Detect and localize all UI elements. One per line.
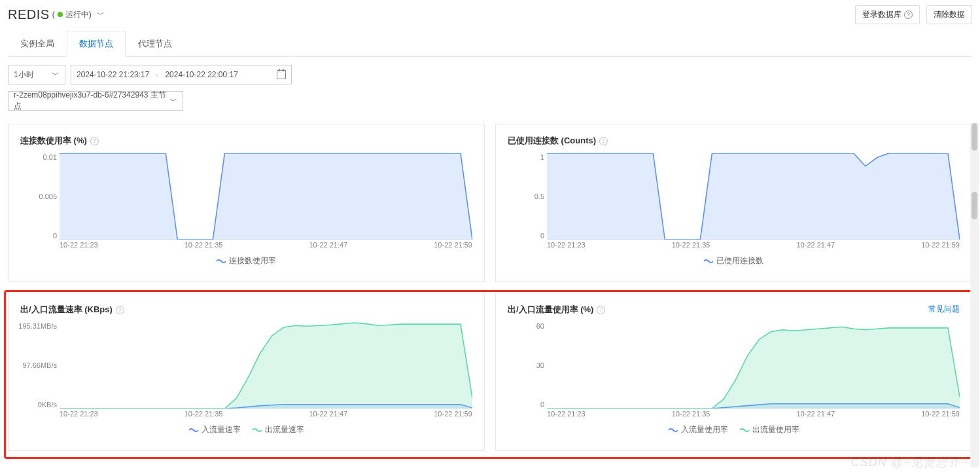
chevron-down-icon[interactable]: ﹀ [97,9,105,20]
x-tick: 10-22 21:35 [672,241,710,251]
legend-item[interactable]: 连接数使用率 [217,255,276,266]
x-tick: 10-22 21:59 [921,241,960,251]
clear-data-button[interactable]: 清除数据 [926,5,972,24]
chevron-down-icon: ﹀ [52,69,60,81]
node-select[interactable]: r-2zem08ppihvejix3u7-db-6#27342943 主节点 ﹀ [8,91,183,111]
range-dash: - [156,70,158,79]
x-tick: 10-22 21:23 [60,410,98,420]
clear-data-label: 清除数据 [934,9,965,20]
chart-card-conn_used: 已使用连接数 (Counts) ? 10.50 10-22 21:2310-22… [495,124,972,282]
chart-legend: 入流量速率 出流量速率 [20,424,472,435]
chart-legend: 入流量使用率 出流量使用率 [508,424,960,435]
tab-proxy-node[interactable]: 代理节点 [126,31,184,57]
tabs: 实例全局 数据节点 代理节点 [8,30,972,57]
status-indicator: (运行中) [52,9,92,20]
y-tick: 0KB/s [38,401,57,409]
y-tick: 30 [536,361,544,369]
chart-body: 195.31MB/s97.66MB/s0KB/s 10-22 21:2310-2… [20,322,472,420]
y-axis: 60300 [508,322,547,409]
x-tick: 10-22 21:59 [434,410,472,420]
legend-item[interactable]: 入流量使用率 [669,424,728,435]
charts-grid: 连接数使用率 (%) ? 0.010.0050 10-22 21:2310-22… [8,124,972,451]
legend-item[interactable]: 入流量速率 [189,424,241,435]
header-left: REDIS (运行中) ﹀ [8,7,105,22]
login-db-button[interactable]: 登录数据库 ? [855,5,920,24]
x-axis: 10-22 21:2310-22 21:3510-22 21:4710-22 2… [547,241,960,251]
node-value: r-2zem08ppihvejix3u7-db-6#27342943 主节点 [14,90,169,112]
x-tick: 10-22 21:23 [60,241,98,251]
y-axis: 195.31MB/s97.66MB/s0KB/s [20,322,60,409]
chart-card-conn_rate: 连接数使用率 (%) ? 0.010.0050 10-22 21:2310-22… [8,124,485,282]
y-tick: 0.5 [534,192,544,200]
time-range-picker[interactable]: 2024-10-22 21:23:17 - 2024-10-22 22:00:1… [71,65,292,84]
x-tick: 10-22 21:47 [309,241,348,251]
help-icon: ? [904,10,913,19]
page-title: REDIS [8,7,50,22]
x-tick: 10-22 21:35 [184,410,223,420]
help-icon[interactable]: ? [599,137,608,145]
filter-bar: 1小时 ﹀ 2024-10-22 21:23:17 - 2024-10-22 2… [8,65,972,84]
legend-item[interactable]: 已使用连接数 [704,255,763,266]
legend-item[interactable]: 出流量速率 [253,424,304,435]
watermark: CSDN @~见贤思齐~ [851,454,968,470]
legend-label: 出流量速率 [265,424,304,435]
legend-label: 连接数使用率 [229,255,276,266]
x-axis: 10-22 21:2310-22 21:3510-22 21:4710-22 2… [60,241,472,251]
legend-item[interactable]: 出流量使用率 [740,424,799,435]
chart-body: 0.010.0050 10-22 21:2310-22 21:3510-22 2… [20,153,472,251]
faq-link[interactable]: 常见问题 [928,304,960,315]
legend-label: 入流量速率 [201,424,241,435]
x-tick: 10-22 21:59 [921,410,960,420]
chart-card-traffic_rate: 出/入口流量速率 (KBps) ? 195.31MB/s97.66MB/s0KB… [8,293,485,451]
x-axis: 10-22 21:2310-22 21:3510-22 21:4710-22 2… [547,410,960,420]
period-select[interactable]: 1小时 ﹀ [8,65,65,84]
login-db-label: 登录数据库 [862,9,901,20]
chart-plot[interactable] [60,322,472,409]
status-dot-icon [58,12,63,17]
scrollbar-thumb[interactable] [971,123,977,151]
x-tick: 10-22 21:23 [547,241,586,251]
y-tick: 0 [540,401,544,409]
help-icon[interactable]: ? [90,137,99,145]
legend-label: 入流量使用率 [681,424,728,435]
help-icon[interactable]: ? [116,306,124,314]
help-icon[interactable]: ? [597,306,605,314]
period-value: 1小时 [14,69,34,81]
chart-body: 60300 10-22 21:2310-22 21:3510-22 21:471… [508,322,960,420]
status-text: 运行中 [65,9,89,20]
chart-title: 已使用连接数 (Counts) ? [508,135,960,147]
y-tick: 1 [540,153,544,161]
chart-legend: 已使用连接数 [508,255,960,266]
chart-card-traffic_usage: 常见问题 出/入口流量使用率 (%) ? 60300 10-22 21:2310… [495,293,972,451]
page-header: REDIS (运行中) ﹀ 登录数据库 ? 清除数据 [8,3,972,26]
x-tick: 10-22 21:47 [309,410,348,420]
x-axis: 10-22 21:2310-22 21:3510-22 21:4710-22 2… [60,410,472,420]
y-axis: 10.50 [508,153,547,240]
y-tick: 0.01 [43,153,57,161]
x-tick: 10-22 21:47 [797,241,835,251]
legend-label: 出流量使用率 [752,424,799,435]
y-tick: 97.66MB/s [22,361,57,369]
tab-instance-global[interactable]: 实例全局 [8,31,67,57]
chart-plot[interactable] [547,153,960,240]
chart-body: 10.50 10-22 21:2310-22 21:3510-22 21:471… [508,153,960,251]
x-tick: 10-22 21:35 [672,410,710,420]
y-tick: 0 [53,232,57,240]
range-end: 2024-10-22 22:00:17 [165,70,237,79]
y-tick: 195.31MB/s [18,322,57,330]
calendar-icon [277,70,286,79]
y-tick: 0.005 [39,192,57,200]
chart-title: 出/入口流量使用率 (%) ? [508,304,960,316]
scrollbar-track[interactable] [970,123,979,467]
tab-data-node[interactable]: 数据节点 [67,31,126,57]
chart-plot[interactable] [60,153,472,240]
scrollbar-thumb[interactable] [971,192,977,219]
x-tick: 10-22 21:47 [797,410,835,420]
header-actions: 登录数据库 ? 清除数据 [855,5,972,24]
chart-title: 连接数使用率 (%) ? [20,135,472,147]
chart-plot[interactable] [547,322,960,409]
x-tick: 10-22 21:59 [434,241,472,251]
range-start: 2024-10-22 21:23:17 [77,70,149,79]
chart-title: 出/入口流量速率 (KBps) ? [20,304,472,316]
x-tick: 10-22 21:35 [184,241,223,251]
